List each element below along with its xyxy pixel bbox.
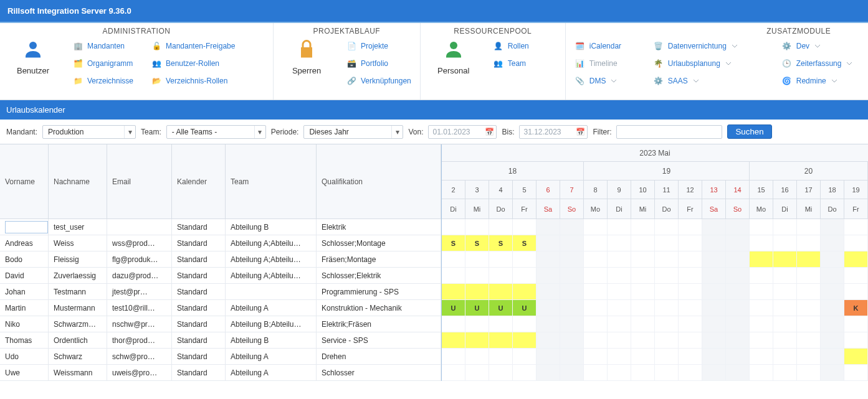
calendar-cell[interactable]: [513, 268, 537, 284]
calendar-cell[interactable]: [750, 365, 773, 381]
calendar-cell[interactable]: [655, 235, 679, 251]
calendar-cell[interactable]: [489, 332, 513, 349]
calendar-cell[interactable]: [679, 332, 702, 349]
calendar-cell[interactable]: [821, 365, 844, 381]
calendar-cell[interactable]: S: [489, 235, 513, 251]
calendar-cell[interactable]: [442, 332, 465, 349]
calendar-cell[interactable]: [537, 251, 560, 268]
calendar-cell[interactable]: [608, 332, 631, 349]
calendar-cell[interactable]: [655, 251, 679, 268]
calendar-cell[interactable]: [655, 365, 679, 381]
verknuepfungen-link[interactable]: 🔗Verknüpfungen: [343, 73, 414, 89]
calendar-cell[interactable]: [844, 316, 868, 332]
calendar-cell[interactable]: [726, 316, 750, 332]
saas-link[interactable]: ⚙️SAAS: [651, 73, 769, 89]
calendar-cell[interactable]: [465, 316, 489, 332]
calendar-cell[interactable]: [821, 251, 844, 268]
calendar-cell[interactable]: S: [513, 235, 537, 251]
calendar-cell[interactable]: [726, 300, 750, 316]
calendar-cell[interactable]: [844, 251, 868, 268]
calendar-cell[interactable]: [679, 235, 702, 251]
calendar-cell[interactable]: [821, 235, 844, 251]
organigramm-link[interactable]: 🗂️Organigramm: [70, 55, 138, 72]
calendar-cell[interactable]: [489, 251, 513, 268]
calendar-cell[interactable]: [560, 332, 584, 349]
periode-select[interactable]: Dieses Jahr ▾: [303, 125, 403, 139]
table-row[interactable]: NikoSchwarzm…nschw@pr…StandardAbteilung …: [0, 316, 441, 332]
search-button[interactable]: Suchen: [727, 124, 771, 139]
calendar-cell[interactable]: [537, 332, 560, 349]
benutzer-button[interactable]: Benutzer: [6, 38, 60, 75]
calendar-cell[interactable]: [631, 235, 655, 251]
calendar-cell[interactable]: S: [465, 235, 489, 251]
calendar-cell[interactable]: [513, 219, 537, 235]
calendar-cell[interactable]: [750, 235, 773, 251]
calendar-cell[interactable]: [489, 365, 513, 381]
calendar-cell[interactable]: [821, 300, 844, 316]
calendar-cell[interactable]: [489, 268, 513, 284]
calendar-cell[interactable]: [702, 316, 726, 332]
col-header-kalender[interactable]: Kalender: [172, 144, 226, 219]
calendar-cell[interactable]: [584, 332, 608, 349]
calendar-cell[interactable]: [608, 251, 631, 268]
zeiterfassung-link[interactable]: 🕒Zeiterfassung: [779, 55, 868, 72]
calendar-cell[interactable]: [679, 365, 702, 381]
calendar-cell[interactable]: [773, 316, 797, 332]
calendar-cell[interactable]: [631, 268, 655, 284]
calendar-cell[interactable]: [465, 365, 489, 381]
calendar-cell[interactable]: [844, 332, 868, 349]
table-row[interactable]: DavidZuverlaessigdazu@prod…StandardAbtei…: [0, 268, 441, 284]
calendar-cell[interactable]: [702, 332, 726, 349]
calendar-cell[interactable]: [608, 219, 631, 235]
calendar-cell[interactable]: [655, 284, 679, 300]
calendar-cell[interactable]: [584, 316, 608, 332]
calendar-cell[interactable]: [442, 251, 465, 268]
calendar-cell[interactable]: [655, 349, 679, 365]
calendar-cell[interactable]: [797, 316, 821, 332]
urlaubsplanung-link[interactable]: 🌴Urlaubsplanung: [651, 55, 769, 72]
calendar-cell[interactable]: [560, 251, 584, 268]
calendar-cell[interactable]: [750, 300, 773, 316]
calendar-cell[interactable]: [560, 219, 584, 235]
calendar-cell[interactable]: [655, 332, 679, 349]
calendar-cell[interactable]: U: [513, 300, 537, 316]
calendar-cell[interactable]: [844, 219, 868, 235]
calendar-cell[interactable]: [560, 284, 584, 300]
mandanten-freigabe-link[interactable]: 🔓Mandanten-Freigabe: [148, 38, 267, 54]
calendar-cell[interactable]: [560, 316, 584, 332]
calendar-cell[interactable]: [442, 284, 465, 300]
calendar-cell[interactable]: [608, 365, 631, 381]
calendar-cell[interactable]: [465, 349, 489, 365]
calendar-cell[interactable]: [726, 284, 750, 300]
calendar-cell[interactable]: [797, 219, 821, 235]
calendar-cell[interactable]: K: [844, 300, 868, 316]
calendar-cell[interactable]: [679, 251, 702, 268]
calendar-cell[interactable]: [702, 300, 726, 316]
calendar-cell[interactable]: [513, 365, 537, 381]
calendar-cell[interactable]: [702, 251, 726, 268]
verzeichnis-rollen-link[interactable]: 📂Verzeichnis-Rollen: [148, 73, 267, 89]
calendar-cell[interactable]: [821, 219, 844, 235]
calendar-cell[interactable]: [750, 268, 773, 284]
calendar-cell[interactable]: [584, 219, 608, 235]
calendar-cell[interactable]: [679, 219, 702, 235]
team-select[interactable]: - Alle Teams - ▾: [166, 125, 266, 139]
calendar-cell[interactable]: [465, 268, 489, 284]
calendar-cell[interactable]: [726, 268, 750, 284]
calendar-cell[interactable]: [513, 284, 537, 300]
calendar-cell[interactable]: [821, 284, 844, 300]
calendar-cell[interactable]: U: [442, 300, 465, 316]
personal-button[interactable]: Personal: [427, 38, 480, 75]
calendar-cell[interactable]: [773, 268, 797, 284]
calendar-cell[interactable]: [560, 268, 584, 284]
calendar-cell[interactable]: [773, 284, 797, 300]
col-header-vorname[interactable]: Vorname: [0, 144, 49, 219]
calendar-cell[interactable]: [773, 365, 797, 381]
calendar-cell[interactable]: [797, 332, 821, 349]
calendar-cell[interactable]: [489, 219, 513, 235]
calendar-cell[interactable]: [631, 316, 655, 332]
calendar-cell[interactable]: [750, 332, 773, 349]
calendar-cell[interactable]: [702, 349, 726, 365]
calendar-cell[interactable]: [821, 349, 844, 365]
table-row[interactable]: UdoSchwarzschw@pro…StandardAbteilung ADr…: [0, 349, 441, 365]
